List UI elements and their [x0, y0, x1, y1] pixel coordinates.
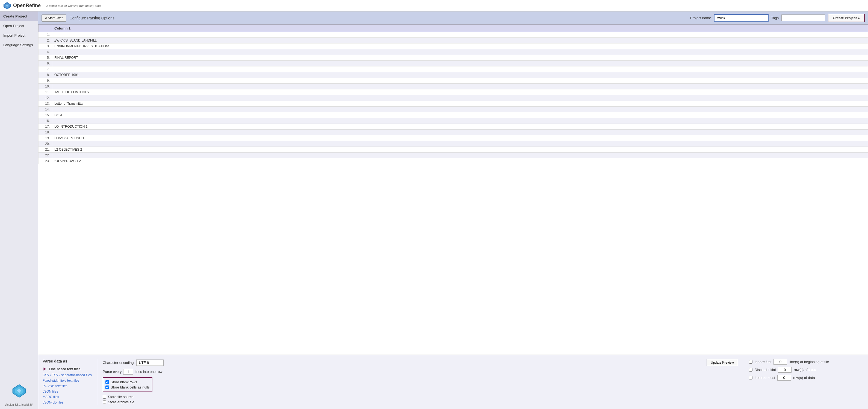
table-row: 17.LQ INTRODUCTION 1: [38, 124, 868, 129]
update-preview-button[interactable]: Update Preview: [707, 359, 738, 366]
store-file-source-checkbox[interactable]: [103, 395, 106, 399]
data-table: Column 1 1.2.ZWICK'S ISLAND LANDFILL3.EN…: [38, 25, 868, 164]
parse-option-fixed-width-link[interactable]: Fixed-width field text files: [42, 379, 79, 382]
row-number-cell: 22.: [38, 152, 52, 158]
table-row: 18.: [38, 129, 868, 135]
discard-initial-row: Discard initial row(s) of data: [749, 367, 864, 373]
ignore-first-checkbox[interactable]: [749, 360, 752, 363]
parse-option-pc-axis[interactable]: PC-Axis text files: [42, 383, 93, 389]
store-blank-rows-row: Store blank rows: [105, 380, 150, 384]
store-blank-cells-checkbox[interactable]: [105, 385, 109, 389]
parse-option-csv-tsv-link[interactable]: CSV / TSV / separator-based files: [42, 373, 92, 377]
logo-area: OpenRefine: [3, 2, 41, 9]
parse-as-panel: Parse data as ➤ Line-based text files CS…: [42, 359, 97, 405]
load-at-most-checkbox[interactable]: [749, 376, 752, 379]
row-value-cell: ENVIRONMENTAL INVESTIGATIONS: [52, 43, 868, 49]
parse-option-csv-tsv[interactable]: CSV / TSV / separator-based files: [42, 372, 93, 378]
discard-initial-num-input[interactable]: [778, 367, 792, 373]
sidebar-logo: [0, 379, 38, 403]
create-project-button[interactable]: Create Project »: [828, 14, 865, 22]
parse-option-pc-axis-link[interactable]: PC-Axis text files: [42, 384, 67, 388]
parse-option-line-based[interactable]: ➤ Line-based text files: [42, 366, 93, 372]
row-number-cell: 3.: [38, 43, 52, 49]
char-encoding-input[interactable]: [136, 359, 164, 366]
row-value-cell: TABLE OF CONTENTS: [52, 89, 868, 95]
row-value-cell: [52, 78, 868, 84]
ignore-first-num-input[interactable]: [774, 359, 787, 365]
sidebar-item-language-settings[interactable]: Language Settings: [0, 40, 38, 50]
bottom-options: Parse data as ➤ Line-based text files CS…: [38, 355, 868, 409]
sidebar-item-open-project[interactable]: Open Project: [0, 21, 38, 31]
parse-as-title: Parse data as: [42, 359, 93, 363]
row-number-cell: 1.: [38, 32, 52, 38]
store-blank-cells-label: Store blank cells as nulls: [111, 385, 150, 389]
app-title: OpenRefine: [13, 3, 41, 8]
row-number-cell: 9.: [38, 78, 52, 84]
row-number-cell: 11.: [38, 89, 52, 95]
table-row: 10.: [38, 84, 868, 89]
parse-option-marc-link[interactable]: MARC files: [42, 395, 59, 399]
table-row: 21.L2 OBJECTIVES 2: [38, 147, 868, 152]
table-row: 20.: [38, 141, 868, 147]
table-row: 11.TABLE OF CONTENTS: [38, 89, 868, 95]
parse-every-post-label: lines into one row: [135, 370, 162, 374]
sidebar-item-create-project[interactable]: Create Project: [0, 11, 38, 21]
row-value-cell: 2.0 APPROACH 2: [52, 158, 868, 164]
store-file-source-label: Store file source: [108, 395, 133, 399]
table-row: 13.Letter of Transmittal: [38, 101, 868, 107]
start-over-button[interactable]: « Start Over: [41, 14, 66, 22]
tags-input[interactable]: [781, 14, 825, 21]
row-number-cell: 6.: [38, 61, 52, 66]
row-number-cell: 19.: [38, 135, 52, 141]
config-row1: Character encoding Update Preview: [103, 359, 738, 366]
row-value-cell: ZWICK'S ISLAND LANDFILL: [52, 38, 868, 43]
discard-initial-checkbox[interactable]: [749, 368, 752, 372]
row-number-cell: 18.: [38, 129, 52, 135]
row-number-cell: 20.: [38, 141, 52, 147]
parse-option-line-based-label: Line-based text files: [49, 367, 80, 371]
preview-area[interactable]: Column 1 1.2.ZWICK'S ISLAND LANDFILL3.EN…: [38, 25, 868, 355]
row-value-cell: FINAL REPORT: [52, 55, 868, 61]
ignore-first-suffix: line(s) at beginning of file: [789, 360, 829, 364]
row-value-cell: [52, 118, 868, 124]
ignore-first-row: Ignore first line(s) at beginning of fil…: [749, 359, 864, 365]
left-arrow-icon: ➤: [42, 367, 46, 372]
parse-every-pre-label: Parse every: [103, 370, 122, 374]
store-archive-row: Store archive file: [103, 400, 738, 404]
checkbox-options-group: Store blank rows Store blank cells as nu…: [103, 377, 152, 392]
load-at-most-row: Load at most row(s) of data: [749, 375, 864, 381]
parse-option-json[interactable]: JSON files: [42, 389, 93, 394]
table-row: 7.: [38, 66, 868, 72]
parse-option-json-ld-link[interactable]: JSON-LD files: [42, 401, 63, 404]
parse-every-num-input[interactable]: [123, 369, 133, 375]
load-at-most-label: Load at most: [755, 376, 775, 380]
right-options-panel: Ignore first line(s) at beginning of fil…: [743, 359, 864, 405]
store-archive-checkbox[interactable]: [103, 400, 106, 404]
parse-option-json-ld[interactable]: JSON-LD files: [42, 400, 93, 405]
load-at-most-suffix: row(s) of data: [793, 376, 815, 380]
row-number-cell: 16.: [38, 118, 52, 124]
project-name-input[interactable]: [714, 14, 769, 22]
store-archive-label: Store archive file: [108, 400, 134, 404]
parse-option-marc[interactable]: MARC files: [42, 394, 93, 400]
row-value-cell: [52, 84, 868, 89]
row-number-cell: 23.: [38, 158, 52, 164]
table-body: 1.2.ZWICK'S ISLAND LANDFILL3.ENVIRONMENT…: [38, 32, 868, 164]
row-number-cell: 13.: [38, 101, 52, 107]
table-row: 2.ZWICK'S ISLAND LANDFILL: [38, 38, 868, 43]
row-value-cell: LQ INTRODUCTION 1: [52, 124, 868, 129]
sidebar-item-import-project[interactable]: Import Project: [0, 31, 38, 40]
sidebar: Create Project Open Project Import Proje…: [0, 11, 38, 409]
parse-option-fixed-width[interactable]: Fixed-width field text files: [42, 378, 93, 383]
row-value-cell: [52, 61, 868, 66]
row-number-cell: 21.: [38, 147, 52, 152]
store-file-source-row: Store file source: [103, 395, 738, 399]
load-at-most-num-input[interactable]: [777, 375, 791, 381]
sidebar-version: Version 3.5.1 [cbcb58b]: [0, 403, 38, 409]
store-blank-cells-row: Store blank cells as nulls: [105, 385, 150, 389]
top-header: OpenRefine A power tool for working with…: [0, 0, 868, 11]
config-panel: Character encoding Update Preview Parse …: [97, 359, 743, 405]
parse-option-json-link[interactable]: JSON files: [42, 389, 58, 393]
store-blank-rows-checkbox[interactable]: [105, 380, 109, 384]
row-value-cell: L2 OBJECTIVES 2: [52, 147, 868, 152]
